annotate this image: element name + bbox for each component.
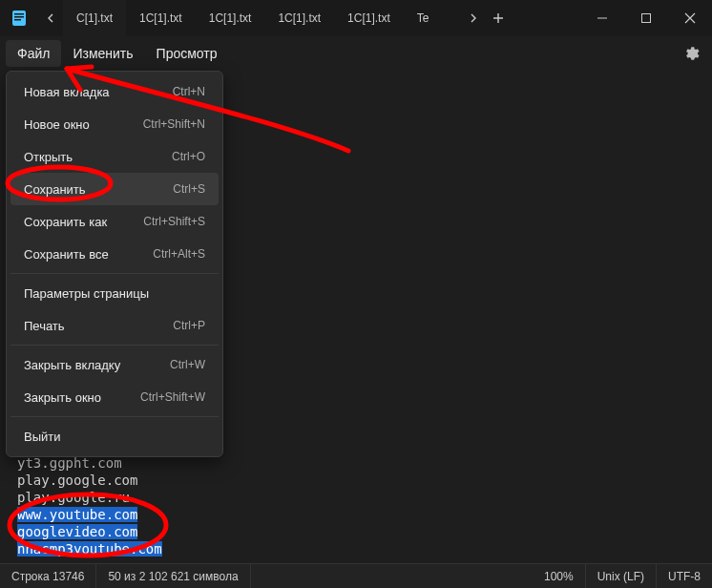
window-controls <box>580 0 712 36</box>
dd-shortcut: Ctrl+Shift+S <box>143 215 205 228</box>
statusbar: Строка 13746 50 из 2 102 621 символа 100… <box>0 563 712 588</box>
app-window: C[1].txt 1C[1].txt 1C[1].txt 1C[1].txt 1… <box>0 0 712 588</box>
dd-shortcut: Ctrl+Shift+W <box>140 390 205 404</box>
menu-close-window[interactable]: Закрыть окноCtrl+Shift+W <box>10 381 219 413</box>
gear-icon <box>682 45 700 62</box>
menu-separator <box>10 273 219 274</box>
dd-shortcut: Ctrl+Alt+S <box>153 247 205 261</box>
menu-label: Файл <box>17 46 50 61</box>
tab-label: 1C[1].txt <box>278 11 321 25</box>
dd-label: Новая вкладка <box>24 85 110 99</box>
status-chars-value: 50 из 2 102 621 символа <box>108 570 238 583</box>
status-zoom-value: 100% <box>544 570 574 583</box>
dd-label: Выйти <box>24 430 61 444</box>
menu-save-all[interactable]: Сохранить всеCtrl+Alt+S <box>10 238 219 270</box>
status-line[interactable]: Строка 13746 <box>0 564 96 589</box>
svg-rect-3 <box>14 19 21 21</box>
text-line: play.google.com <box>17 472 695 489</box>
menu-open[interactable]: ОткрытьCtrl+O <box>10 140 219 173</box>
tab-label: 1C[1].txt <box>139 11 182 25</box>
dd-shortcut: Ctrl+O <box>172 150 205 163</box>
menu-separator <box>10 345 219 346</box>
svg-rect-4 <box>642 14 651 23</box>
tabs-scroll-left[interactable] <box>38 0 63 36</box>
menu-save[interactable]: СохранитьCtrl+S <box>10 173 219 205</box>
tabs-scroll-right[interactable] <box>461 0 486 36</box>
dd-label: Закрыть вкладку <box>24 358 120 372</box>
dd-label: Сохранить все <box>24 247 109 262</box>
dd-shortcut: Ctrl+P <box>173 319 205 332</box>
dd-label: Сохранить как <box>24 215 107 229</box>
notepad-icon <box>0 10 38 27</box>
text-line-selected: googlevideo.com <box>17 523 695 540</box>
text-line: play.google.ru <box>17 489 695 506</box>
close-button[interactable] <box>668 0 712 36</box>
menu-edit[interactable]: Изменить <box>61 40 144 67</box>
status-encoding-value: UTF-8 <box>668 570 701 583</box>
tab-0[interactable]: C[1].txt <box>63 0 126 36</box>
menu-print[interactable]: ПечатьCtrl+P <box>10 309 219 342</box>
svg-rect-2 <box>14 16 24 18</box>
tab-1[interactable]: 1C[1].txt <box>126 0 196 36</box>
minimize-button[interactable] <box>580 0 624 36</box>
menu-exit[interactable]: Выйти <box>10 420 219 452</box>
menu-view[interactable]: Просмотр <box>145 40 229 67</box>
menubar: Файл Изменить Просмотр <box>0 36 712 71</box>
status-encoding[interactable]: UTF-8 <box>657 564 712 589</box>
menu-new-tab[interactable]: Новая вкладкаCtrl+N <box>10 75 219 108</box>
tab-strip: C[1].txt 1C[1].txt 1C[1].txt 1C[1].txt 1… <box>38 0 580 36</box>
status-chars[interactable]: 50 из 2 102 621 символа <box>96 564 250 589</box>
dd-label: Печать <box>24 319 65 333</box>
dd-shortcut: Ctrl+N <box>173 85 205 98</box>
tab-3[interactable]: 1C[1].txt <box>264 0 334 36</box>
status-line-value: Строка 13746 <box>11 570 84 583</box>
menu-new-window[interactable]: Новое окноCtrl+Shift+N <box>10 108 219 140</box>
tab-label: 1C[1].txt <box>347 11 390 25</box>
dd-shortcut: Ctrl+W <box>170 358 205 371</box>
new-tab-button[interactable] <box>486 0 511 36</box>
file-menu-dropdown: Новая вкладкаCtrl+N Новое окноCtrl+Shift… <box>6 71 223 457</box>
dd-label: Параметры страницы <box>24 286 149 301</box>
tab-label: Te <box>417 11 429 25</box>
tab-4[interactable]: 1C[1].txt <box>334 0 404 36</box>
status-eol[interactable]: Unix (LF) <box>586 564 657 589</box>
dd-label: Открыть <box>24 150 73 164</box>
status-zoom[interactable]: 100% <box>533 564 586 589</box>
menu-close-tab[interactable]: Закрыть вкладкуCtrl+W <box>10 348 219 381</box>
dd-shortcut: Ctrl+Shift+N <box>143 117 205 131</box>
menu-file[interactable]: Файл <box>6 40 61 67</box>
menu-label: Просмотр <box>157 46 218 61</box>
menu-page-setup[interactable]: Параметры страницы <box>10 277 219 309</box>
tab-label: 1C[1].txt <box>209 11 252 25</box>
dd-shortcut: Ctrl+S <box>173 182 205 196</box>
svg-rect-1 <box>14 13 24 15</box>
text-line-selected: www.youtube.com <box>17 506 695 523</box>
menu-separator <box>10 416 219 417</box>
dd-label: Закрыть окно <box>24 390 101 405</box>
menu-save-as[interactable]: Сохранить какCtrl+Shift+S <box>10 205 219 238</box>
menu-label: Изменить <box>73 46 133 61</box>
tab-2[interactable]: 1C[1].txt <box>196 0 265 36</box>
tab-label: C[1].txt <box>76 11 113 25</box>
dd-label: Сохранить <box>24 182 86 197</box>
titlebar: C[1].txt 1C[1].txt 1C[1].txt 1C[1].txt 1… <box>0 0 712 36</box>
maximize-button[interactable] <box>624 0 668 36</box>
dd-label: Новое окно <box>24 117 90 132</box>
tab-5[interactable]: Te <box>404 0 461 36</box>
settings-button[interactable] <box>676 38 706 69</box>
status-eol-value: Unix (LF) <box>597 570 644 583</box>
text-line-selected: nhacmp3youtube.com <box>17 540 695 557</box>
svg-rect-0 <box>12 10 26 26</box>
